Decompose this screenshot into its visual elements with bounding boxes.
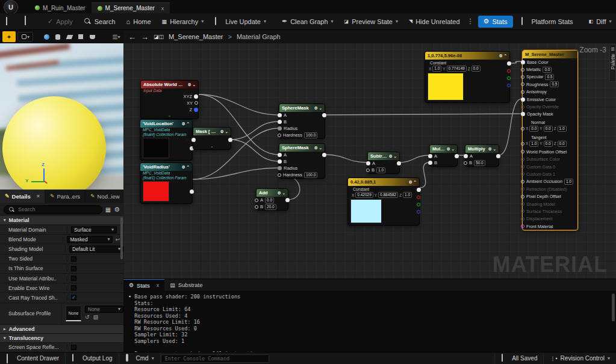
gear-icon[interactable]: ⚙ — [278, 191, 281, 196]
pin-out[interactable] — [322, 153, 326, 157]
tab-stats[interactable]: ⚙ Stats x — [123, 279, 164, 291]
pin-out[interactable] — [194, 94, 198, 99]
gear-icon[interactable]: ⚙ — [314, 146, 318, 150]
pin-out[interactable] — [397, 161, 401, 165]
clean-graph-button[interactable]: ✒Clean Graph▾ — [276, 13, 339, 29]
pin-in[interactable] — [521, 187, 524, 191]
value-box[interactable]: 0.0 — [471, 66, 481, 72]
details-search-input[interactable]: Search — [4, 205, 102, 214]
close-tab-icon[interactable]: × — [37, 193, 40, 199]
pin-in[interactable] — [521, 90, 524, 94]
pin-out-channel[interactable] — [417, 210, 420, 214]
node-header[interactable]: SphereMask⚙⌄ — [279, 104, 325, 112]
pin-out[interactable] — [190, 190, 194, 194]
checkbox[interactable] — [71, 345, 76, 350]
details-settings-gear-icon[interactable]: ⚙ — [114, 206, 120, 214]
chevron-icon[interactable]: ⌃ — [187, 165, 190, 170]
pin-in[interactable] — [278, 173, 281, 177]
pin-in[interactable] — [521, 75, 524, 79]
gear-icon[interactable]: ⚙ — [220, 129, 224, 134]
value-box[interactable]: 0.0 — [265, 197, 274, 203]
apply-button[interactable]: ✓Apply — [42, 13, 78, 29]
chevron-icon[interactable]: ⌄ — [452, 147, 455, 152]
tab-node-preview[interactable]: ✎ Nod..iew — [86, 190, 125, 203]
live-update-button[interactable]: Live Update▾ — [209, 13, 272, 29]
asset-tab-serene-master[interactable]: M_Serene_Master x — [92, 2, 170, 13]
node-header[interactable]: 'VoidLocation'⚙⌃ — [140, 120, 192, 128]
gear-icon[interactable]: ⚙ — [447, 147, 450, 152]
pin-in[interactable] — [521, 150, 524, 153]
pin-out[interactable] — [496, 154, 500, 158]
pin-in[interactable] — [521, 105, 524, 109]
browse-to-asset-button[interactable] — [19, 13, 37, 29]
pin-in[interactable] — [278, 134, 281, 137]
preview-shape-sphere-button[interactable] — [42, 32, 51, 42]
pin-in[interactable] — [366, 161, 370, 165]
pin-in[interactable] — [521, 68, 524, 72]
chevron-icon[interactable]: ⌄ — [225, 129, 228, 134]
pin-in[interactable] — [464, 161, 467, 165]
value-box[interactable]: 1.0 — [376, 167, 385, 173]
subsurface-profile-dropdown[interactable]: None▾ — [85, 306, 123, 313]
node-voidlocation[interactable]: 'VoidLocation'⚙⌃MPC_VoidData(float4) Col… — [140, 119, 193, 161]
breadcrumb-root[interactable]: M_Serene_Master — [169, 33, 223, 40]
pin-in[interactable] — [278, 166, 282, 170]
value-box[interactable]: 0.0 — [558, 141, 567, 147]
pin-in[interactable] — [278, 113, 282, 117]
chevron-icon[interactable]: ⌄ — [282, 191, 285, 196]
pin-in[interactable] — [464, 154, 468, 158]
gear-icon[interactable]: ⚙ — [188, 82, 191, 87]
save-button[interactable] — [0, 13, 19, 29]
material-preview-viewport[interactable]: Z Y — [0, 43, 123, 190]
material-graph-canvas[interactable]: MATERIAL Absolute World Position⚙⌄Input … — [123, 30, 616, 279]
gear-icon[interactable]: ⚙ — [499, 54, 503, 58]
reset-to-default-icon[interactable]: ↩ — [115, 236, 120, 242]
section-material[interactable]: ▾ Material — [0, 216, 123, 225]
pin-in[interactable] — [521, 202, 524, 206]
value-box[interactable]: 1.0 — [403, 192, 412, 198]
gear-icon[interactable]: ⚙ — [409, 180, 412, 185]
preview-shape-cube-button[interactable] — [76, 32, 86, 42]
value-box[interactable]: 0.0 — [544, 126, 553, 132]
node-spheremask-1[interactable]: SphereMask⚙⌄ABRadiusHardness100.0 — [279, 103, 325, 139]
use-selected-asset-icon[interactable]: ↺ — [85, 314, 90, 320]
palette-side-tab[interactable]: ☰ Palette — [609, 45, 616, 82]
checkbox[interactable] — [71, 256, 76, 262]
gear-icon[interactable]: ⚙ — [182, 122, 185, 126]
expand-chevron-icon[interactable]: ⌄ — [193, 144, 231, 149]
viewport-display-dropdown[interactable]: ▾ — [17, 32, 33, 42]
console-command-input[interactable]: Enter Console Command — [161, 354, 269, 363]
gear-icon[interactable]: ⚙ — [389, 154, 393, 159]
section-translucency[interactable]: ▾ Translucency — [0, 334, 123, 343]
asset-tab-ruin-master[interactable]: M_Ruin_Master — [29, 2, 92, 13]
value-box[interactable]: 0.884582 — [378, 192, 398, 198]
preview-shape-cylinder-button[interactable] — [53, 32, 63, 42]
dropdown-blend-mode[interactable]: Masked▾ — [67, 236, 113, 243]
diff-button[interactable]: ◧Diff▾ — [583, 13, 616, 29]
value-box[interactable]: 1.0 — [529, 141, 538, 147]
value-box[interactable]: 0.5 — [550, 81, 559, 87]
subsurface-profile-thumbnail[interactable]: None — [66, 306, 81, 321]
pin-out[interactable] — [455, 154, 459, 158]
chevron-icon[interactable]: ⌄ — [493, 147, 496, 152]
content-drawer-button[interactable]: Content Drawer — [0, 353, 66, 364]
hierarchy-button[interactable]: ▦Hierarchy▾ — [157, 13, 210, 29]
pin-in[interactable] — [366, 168, 370, 172]
platform-stats-button[interactable]: Platform Stats — [515, 13, 579, 29]
pin-in[interactable] — [428, 154, 432, 158]
browse-asset-icon[interactable]: ▧ — [93, 314, 99, 320]
pin-in[interactable] — [521, 97, 525, 102]
chevron-icon[interactable]: ⌄ — [394, 154, 397, 159]
value-box[interactable]: 1.0 — [564, 179, 573, 185]
pin-out-channel[interactable] — [507, 69, 511, 73]
tab-details[interactable]: ✎ Details × — [0, 190, 45, 203]
value-box[interactable]: 0.0 — [543, 67, 552, 73]
close-tab-icon[interactable]: x — [161, 5, 164, 11]
expand-chevron-icon[interactable]: ⌄ — [141, 113, 198, 119]
chevron-icon[interactable]: ⌄ — [319, 146, 322, 150]
pin-in[interactable] — [278, 153, 282, 157]
chevron-icon[interactable]: ⌃ — [187, 122, 190, 126]
all-saved-button[interactable]: All Saved — [494, 353, 543, 364]
pin-in[interactable] — [521, 142, 524, 146]
pin-in[interactable] — [521, 224, 524, 228]
